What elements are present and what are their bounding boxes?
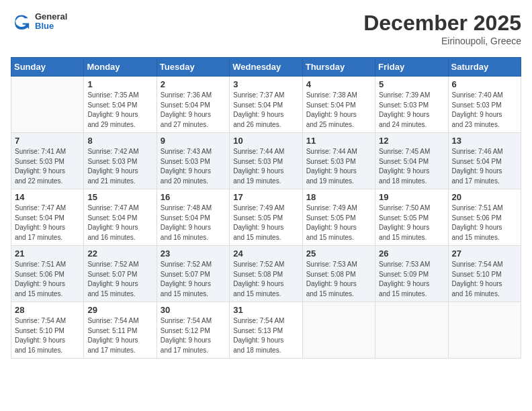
calendar-day-cell: 1Sunrise: 7:35 AMSunset: 5:04 PMDaylight… — [84, 77, 157, 133]
day-info: Sunrise: 7:45 AMSunset: 5:04 PMDaylight:… — [379, 147, 444, 186]
day-number: 28 — [15, 305, 80, 315]
day-info: Sunrise: 7:51 AMSunset: 5:06 PMDaylight:… — [15, 260, 80, 299]
calendar-day-cell — [448, 302, 521, 359]
logo-blue: Blue — [35, 21, 67, 31]
day-number: 21 — [15, 248, 80, 259]
calendar-day-cell: 31Sunrise: 7:54 AMSunset: 5:13 PMDayligh… — [230, 302, 302, 359]
day-info: Sunrise: 7:49 AMSunset: 5:05 PMDaylight:… — [306, 203, 371, 242]
calendar-day-cell: 15Sunrise: 7:47 AMSunset: 5:04 PMDayligh… — [84, 189, 157, 246]
day-number: 7 — [15, 136, 80, 146]
calendar-day-cell: 5Sunrise: 7:39 AMSunset: 5:03 PMDaylight… — [375, 77, 448, 133]
day-info: Sunrise: 7:53 AMSunset: 5:09 PMDaylight:… — [379, 260, 444, 299]
calendar-day-cell: 14Sunrise: 7:47 AMSunset: 5:04 PMDayligh… — [11, 189, 84, 246]
day-number: 13 — [452, 136, 517, 146]
day-number: 9 — [161, 136, 226, 146]
day-number: 11 — [306, 136, 371, 146]
calendar-week-row: 14Sunrise: 7:47 AMSunset: 5:04 PMDayligh… — [11, 189, 521, 246]
calendar-day-cell: 22Sunrise: 7:52 AMSunset: 5:07 PMDayligh… — [84, 246, 157, 302]
day-info: Sunrise: 7:52 AMSunset: 5:08 PMDaylight:… — [233, 260, 298, 299]
logo-text: General Blue — [35, 12, 67, 32]
day-number: 30 — [161, 305, 226, 315]
day-number: 29 — [87, 305, 152, 315]
calendar-day-cell: 17Sunrise: 7:49 AMSunset: 5:05 PMDayligh… — [230, 189, 302, 246]
day-info: Sunrise: 7:54 AMSunset: 5:10 PMDaylight:… — [452, 260, 517, 299]
calendar-day-cell: 16Sunrise: 7:48 AMSunset: 5:04 PMDayligh… — [157, 189, 229, 246]
day-info: Sunrise: 7:44 AMSunset: 5:03 PMDaylight:… — [233, 147, 298, 186]
day-of-week-header: Tuesday — [157, 58, 229, 77]
day-of-week-header: Friday — [375, 58, 448, 77]
day-of-week-header: Saturday — [448, 58, 521, 77]
day-info: Sunrise: 7:50 AMSunset: 5:05 PMDaylight:… — [379, 203, 444, 242]
calendar-day-cell: 8Sunrise: 7:42 AMSunset: 5:03 PMDaylight… — [84, 133, 157, 189]
day-info: Sunrise: 7:47 AMSunset: 5:04 PMDaylight:… — [15, 203, 80, 242]
calendar-day-cell: 10Sunrise: 7:44 AMSunset: 5:03 PMDayligh… — [230, 133, 302, 189]
day-number: 14 — [15, 192, 80, 202]
day-number: 23 — [161, 248, 226, 259]
calendar-day-cell: 12Sunrise: 7:45 AMSunset: 5:04 PMDayligh… — [375, 133, 448, 189]
day-number: 22 — [87, 248, 152, 259]
day-info: Sunrise: 7:42 AMSunset: 5:03 PMDaylight:… — [87, 147, 152, 186]
calendar-day-cell: 25Sunrise: 7:53 AMSunset: 5:08 PMDayligh… — [302, 246, 375, 302]
calendar-week-row: 1Sunrise: 7:35 AMSunset: 5:04 PMDaylight… — [11, 77, 521, 133]
day-number: 20 — [452, 192, 517, 202]
day-number: 6 — [452, 79, 517, 89]
day-info: Sunrise: 7:48 AMSunset: 5:04 PMDaylight:… — [161, 203, 226, 242]
day-number: 10 — [233, 136, 298, 146]
day-info: Sunrise: 7:43 AMSunset: 5:03 PMDaylight:… — [161, 147, 226, 186]
day-of-week-header: Thursday — [302, 58, 375, 77]
day-number: 16 — [161, 192, 226, 202]
day-info: Sunrise: 7:51 AMSunset: 5:06 PMDaylight:… — [452, 203, 517, 242]
calendar-day-cell — [302, 302, 375, 359]
day-number: 25 — [306, 248, 371, 259]
calendar-day-cell: 13Sunrise: 7:46 AMSunset: 5:04 PMDayligh… — [448, 133, 521, 189]
day-info: Sunrise: 7:49 AMSunset: 5:05 PMDaylight:… — [233, 203, 298, 242]
day-info: Sunrise: 7:52 AMSunset: 5:07 PMDaylight:… — [161, 260, 226, 299]
day-number: 27 — [452, 248, 517, 259]
calendar-week-row: 21Sunrise: 7:51 AMSunset: 5:06 PMDayligh… — [11, 246, 521, 302]
day-info: Sunrise: 7:36 AMSunset: 5:04 PMDaylight:… — [161, 91, 226, 130]
calendar-day-cell: 4Sunrise: 7:38 AMSunset: 5:04 PMDaylight… — [302, 77, 375, 133]
calendar-day-cell: 3Sunrise: 7:37 AMSunset: 5:04 PMDaylight… — [230, 77, 302, 133]
day-number: 8 — [87, 136, 152, 146]
day-number: 15 — [87, 192, 152, 202]
title-block: December 2025 Eirinoupoli, Greece — [363, 11, 521, 46]
calendar-day-cell: 2Sunrise: 7:36 AMSunset: 5:04 PMDaylight… — [157, 77, 229, 133]
calendar-day-cell: 18Sunrise: 7:49 AMSunset: 5:05 PMDayligh… — [302, 189, 375, 246]
calendar-day-cell: 28Sunrise: 7:54 AMSunset: 5:10 PMDayligh… — [11, 302, 84, 359]
calendar-day-cell: 21Sunrise: 7:51 AMSunset: 5:06 PMDayligh… — [11, 246, 84, 302]
calendar-table: SundayMondayTuesdayWednesdayThursdayFrid… — [11, 57, 521, 359]
day-info: Sunrise: 7:54 AMSunset: 5:11 PMDaylight:… — [87, 316, 152, 355]
day-info: Sunrise: 7:47 AMSunset: 5:04 PMDaylight:… — [87, 203, 152, 242]
day-info: Sunrise: 7:35 AMSunset: 5:04 PMDaylight:… — [87, 91, 152, 130]
day-number: 4 — [306, 79, 371, 89]
location: Eirinoupoli, Greece — [363, 36, 521, 46]
logo-icon — [11, 11, 32, 32]
day-number: 12 — [379, 136, 444, 146]
day-number: 5 — [379, 79, 444, 89]
day-number: 19 — [379, 192, 444, 202]
calendar-day-cell: 7Sunrise: 7:41 AMSunset: 5:03 PMDaylight… — [11, 133, 84, 189]
calendar-day-cell: 6Sunrise: 7:40 AMSunset: 5:03 PMDaylight… — [448, 77, 521, 133]
day-info: Sunrise: 7:44 AMSunset: 5:03 PMDaylight:… — [306, 147, 371, 186]
day-of-week-header: Monday — [84, 58, 157, 77]
calendar-day-cell: 20Sunrise: 7:51 AMSunset: 5:06 PMDayligh… — [448, 189, 521, 246]
calendar-day-cell: 27Sunrise: 7:54 AMSunset: 5:10 PMDayligh… — [448, 246, 521, 302]
day-info: Sunrise: 7:53 AMSunset: 5:08 PMDaylight:… — [306, 260, 371, 299]
day-number: 24 — [233, 248, 298, 259]
calendar-day-cell: 24Sunrise: 7:52 AMSunset: 5:08 PMDayligh… — [230, 246, 302, 302]
logo-general: General — [35, 12, 67, 21]
day-info: Sunrise: 7:40 AMSunset: 5:03 PMDaylight:… — [452, 91, 517, 130]
day-info: Sunrise: 7:41 AMSunset: 5:03 PMDaylight:… — [15, 147, 80, 186]
day-number: 3 — [233, 79, 298, 89]
day-info: Sunrise: 7:54 AMSunset: 5:13 PMDaylight:… — [233, 316, 298, 355]
day-number: 2 — [161, 79, 226, 89]
calendar-week-row: 7Sunrise: 7:41 AMSunset: 5:03 PMDaylight… — [11, 133, 521, 189]
day-number: 1 — [87, 79, 152, 89]
day-info: Sunrise: 7:38 AMSunset: 5:04 PMDaylight:… — [306, 91, 371, 130]
calendar-day-cell: 19Sunrise: 7:50 AMSunset: 5:05 PMDayligh… — [375, 189, 448, 246]
day-of-week-header: Sunday — [11, 58, 84, 77]
logo: General Blue — [11, 11, 67, 32]
calendar-week-row: 28Sunrise: 7:54 AMSunset: 5:10 PMDayligh… — [11, 302, 521, 359]
calendar-day-cell: 9Sunrise: 7:43 AMSunset: 5:03 PMDaylight… — [157, 133, 229, 189]
day-of-week-header: Wednesday — [230, 58, 302, 77]
